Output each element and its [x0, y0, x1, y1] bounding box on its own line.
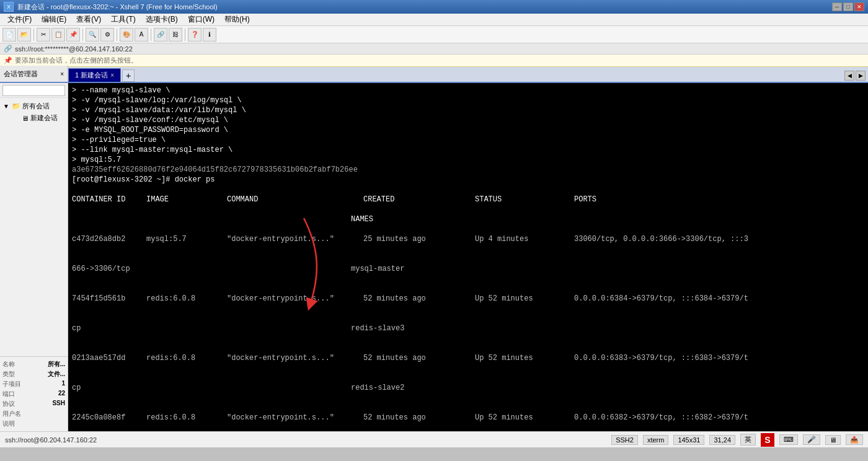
sidebar-tree: ▼ 📁 所有会话 🖥 新建会话	[0, 98, 68, 356]
toolbar-sep2	[82, 29, 83, 41]
toolbar-connect[interactable]: 🔗	[154, 28, 167, 42]
notice-bar: 📌 要添加当前会话，点击左侧的箭头按钮。	[0, 55, 868, 67]
term-line-dockerps: [root@flexusx-3202 ~]# docker ps	[72, 175, 864, 185]
minimize-button[interactable]: ─	[832, 2, 842, 11]
toolbar: 📄 📂 ✂ 📋 📌 🔍 ⚙ 🎨 A 🔗 ⛓ ❓ ℹ	[0, 26, 868, 43]
term-line-4: > -v /mysql-slave/conf:/etc/mysql \	[72, 115, 864, 125]
menu-tabs[interactable]: 选项卡(B)	[141, 13, 183, 26]
statusbar-ssh: SSH2	[611, 435, 638, 445]
prop-name-label: 名称	[2, 360, 15, 369]
toolbar-settings[interactable]: ⚙	[100, 28, 114, 42]
term-row-3b: cpredis-slave2	[72, 373, 864, 403]
term-row-2a: 7454f15d561bredis:6.0.8"docker-entrypoin…	[72, 284, 864, 314]
tab-nav-prev[interactable]: ◀	[844, 71, 854, 81]
statusbar-monitor-icon: 🖥	[825, 435, 841, 445]
toolbar-sep3	[117, 29, 117, 41]
prop-subitem-label: 子项目	[2, 380, 21, 389]
tree-label-new: 新建会话	[30, 113, 58, 123]
menu-tools[interactable]: 工具(T)	[106, 13, 140, 26]
term-line-5: > -e MYSQL_ROOT_PASSWORD=password \	[72, 125, 864, 135]
prop-username: 用户名	[2, 409, 65, 419]
term-row-1a: c473d26a8db2mysql:5.7"docker-entrypoint.…	[72, 224, 864, 254]
statusbar-mic-icon: 🎤	[803, 434, 820, 445]
tab-active[interactable]: 1 新建会话 ×	[68, 68, 121, 82]
toolbar-disconnect[interactable]: ⛓	[169, 28, 182, 42]
tab-bar: 会话管理器 × 1 新建会话 × + ◀ ▶	[0, 67, 868, 83]
maximize-button[interactable]: □	[843, 2, 853, 11]
statusbar-logo[interactable]: S	[761, 433, 774, 447]
term-row-3a: 0213aae517ddredis:6.0.8"docker-entrypoin…	[72, 343, 864, 373]
toolbar-color[interactable]: 🎨	[120, 28, 133, 42]
menu-view[interactable]: 查看(V)	[71, 13, 106, 26]
statusbar-right: SSH2 xterm 145x31 31,24 英 S ⌨ 🎤 🖥 📤	[611, 433, 863, 447]
statusbar-lang: 英	[740, 434, 756, 446]
sidebar: ▼ 📁 所有会话 🖥 新建会话 名称 所有... 类型 文件... 子项目 1	[0, 83, 68, 431]
session-address: ssh://root:*********@60.204.147.160:22	[15, 45, 133, 53]
terminal[interactable]: > --name mysql-slave \ > -v /mysql-slave…	[68, 83, 868, 431]
term-row-1b: 666->3306/tcpmysql-master	[72, 254, 864, 284]
term-line-1: > --name mysql-slave \	[72, 86, 864, 95]
prop-username-label: 用户名	[2, 410, 21, 418]
term-table-header: CONTAINER IDIMAGECOMMANDCREATEDSTATUSPOR…	[72, 185, 864, 214]
session-manager-panel: 会话管理器 ×	[0, 66, 68, 82]
prop-desc: 说明	[2, 419, 65, 429]
toolbar-info[interactable]: ℹ	[203, 28, 216, 42]
prop-port-label: 端口	[2, 390, 15, 398]
content-area: ▼ 📁 所有会话 🖥 新建会话 名称 所有... 类型 文件... 子项目 1	[0, 83, 868, 431]
close-button[interactable]: ✕	[854, 2, 864, 11]
menu-window[interactable]: 窗口(W)	[183, 13, 219, 26]
props-panel: 名称 所有... 类型 文件... 子项目 1 端口 22 协议 SSH 用户名	[0, 356, 68, 431]
toolbar-sep5	[185, 29, 185, 41]
sidebar-search-input[interactable]	[2, 85, 65, 96]
prop-protocol-value: SSH	[52, 400, 65, 408]
menu-file[interactable]: 文件(F)	[2, 13, 37, 26]
prop-port-value: 22	[58, 390, 65, 398]
term-line-8: > mysql:5.7	[72, 155, 864, 165]
toolbar-font[interactable]: A	[135, 28, 148, 42]
statusbar-address: ssh://root@60.204.147.160:22	[5, 436, 97, 444]
toolbar-cut[interactable]: ✂	[37, 28, 50, 42]
term-row-4a: 2245c0a08e8fredis:6.0.8"docker-entrypoin…	[72, 403, 864, 431]
tab-nav-next[interactable]: ▶	[856, 71, 866, 81]
prop-protocol: 协议 SSH	[2, 399, 65, 409]
prop-protocol-label: 协议	[2, 400, 15, 408]
prop-port: 端口 22	[2, 389, 65, 399]
statusbar-kb-icon: ⌨	[779, 434, 798, 445]
toolbar-copy[interactable]: 📋	[51, 28, 65, 42]
prop-subitem-value: 1	[61, 380, 65, 389]
menu-help[interactable]: 帮助(H)	[219, 13, 255, 26]
toolbar-open[interactable]: 📂	[17, 28, 31, 42]
session-icon-tree: 🖥	[22, 115, 29, 122]
toolbar-help[interactable]: ❓	[188, 28, 202, 42]
app-icon: X	[4, 2, 14, 12]
tree-item-all-sessions[interactable]: ▼ 📁 所有会话	[0, 100, 68, 112]
titlebar: X 新建会话 - root@flexusx-3202:~ - Xshell 7 …	[0, 0, 868, 14]
prop-type-value: 文件...	[48, 370, 65, 379]
tab-close-icon[interactable]: ×	[110, 72, 114, 79]
prop-name: 名称 所有...	[2, 359, 65, 369]
term-table-names: NAMES	[72, 214, 864, 224]
tree-item-new-session[interactable]: 🖥 新建会话	[0, 112, 68, 124]
statusbar-pos: 31,24	[709, 435, 735, 445]
menubar: 文件(F) 编辑(E) 查看(V) 工具(T) 选项卡(B) 窗口(W) 帮助(…	[0, 14, 868, 26]
toolbar-find[interactable]: 🔍	[86, 28, 99, 42]
menu-edit[interactable]: 编辑(E)	[37, 13, 71, 26]
term-row-2b: cpredis-slave3	[72, 314, 864, 343]
prop-subitem: 子项目 1	[2, 379, 65, 389]
sidebar-search-bar	[0, 83, 68, 98]
toolbar-paste[interactable]: 📌	[66, 28, 80, 42]
titlebar-buttons: ─ □ ✕	[832, 2, 864, 11]
toolbar-sep1	[33, 29, 34, 41]
statusbar-term: xterm	[643, 435, 669, 445]
term-line-hash: a3e6735eff62626880d76f2e94064d15f82c6727…	[72, 165, 864, 175]
toolbar-new[interactable]: 📄	[2, 28, 16, 42]
tree-label-all: 所有会话	[22, 102, 50, 111]
folder-icon: 📁	[12, 102, 20, 110]
tab-add-button[interactable]: +	[122, 69, 135, 82]
prop-type: 类型 文件...	[2, 369, 65, 379]
prop-name-value: 所有...	[48, 360, 65, 369]
session-manager-close[interactable]: ×	[60, 71, 64, 77]
notice-icon: 📌	[4, 56, 12, 64]
active-tab-label: 1 新建会话	[75, 71, 108, 80]
statusbar: ssh://root@60.204.147.160:22 SSH2 xterm …	[0, 431, 868, 447]
